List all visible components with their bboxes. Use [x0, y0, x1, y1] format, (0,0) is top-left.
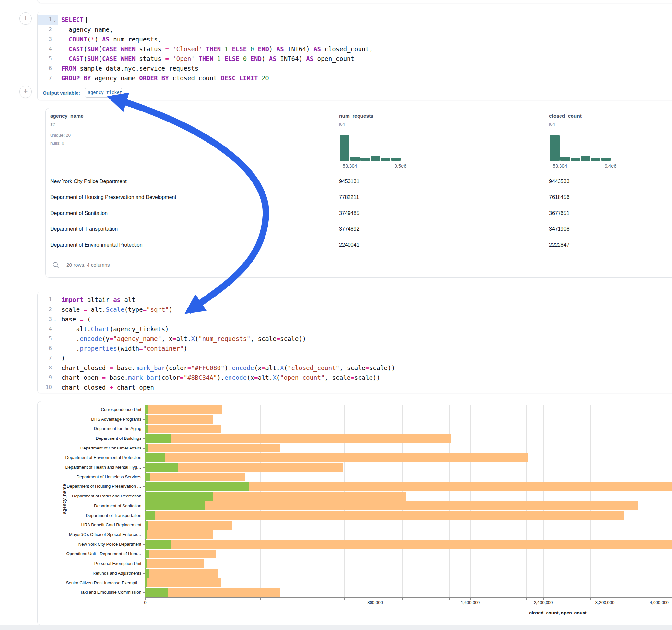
- histogram-num-requests: [340, 136, 405, 161]
- python-editor[interactable]: 123⌄45678910 import altair as altscale =…: [38, 292, 672, 393]
- y-axis-label: HRA Benefit Card Replacement: [38, 523, 141, 527]
- x-axis-label: 0: [119, 600, 171, 605]
- y-tick: [143, 563, 145, 564]
- code-line[interactable]: ): [61, 353, 672, 363]
- line-number: 1: [38, 295, 58, 305]
- output-variable-pill[interactable]: agency_tickets: [85, 88, 122, 98]
- histogram-max-label: 9.4e6: [605, 163, 616, 169]
- python-gutter: 123⌄45678910: [38, 292, 58, 393]
- x-axis-title: closed_count, open_count: [486, 610, 629, 615]
- table-row[interactable]: Department of Sanitation37494853677651: [46, 205, 672, 221]
- code-line[interactable]: agency_name,: [61, 25, 672, 34]
- search-icon[interactable]: [52, 262, 59, 269]
- bar-closed_count: [145, 453, 528, 462]
- y-axis-label: Department of Parks and Recreation: [38, 493, 141, 499]
- collapse-chevron-icon[interactable]: ⌄: [52, 315, 56, 325]
- bar-closed_count: [145, 415, 213, 423]
- add-cell-button-top[interactable]: +: [20, 12, 32, 25]
- x-tick: [145, 598, 146, 600]
- histogram-bar: [581, 156, 590, 161]
- line-number: 5: [38, 54, 58, 64]
- column-type-num-requests: i64: [339, 122, 345, 127]
- bar-open_count: [145, 425, 148, 433]
- table-row[interactable]: Department of Housing Preservation and D…: [46, 189, 672, 205]
- histogram-bar: [351, 156, 360, 161]
- x-tick: [619, 598, 620, 600]
- bar-closed_count: [145, 530, 213, 539]
- histogram-bar: [560, 156, 570, 161]
- x-axis-label: 800,000: [349, 600, 401, 605]
- add-cell-button-output[interactable]: +: [20, 86, 32, 98]
- gridline: [619, 405, 620, 597]
- y-tick: [143, 535, 145, 535]
- table-cell: Department of Transportation: [50, 221, 118, 237]
- code-line[interactable]: chart_open = base.mark_bar(color="#8BC34…: [61, 373, 672, 382]
- histogram-bar: [391, 158, 401, 161]
- y-tick: [143, 583, 145, 583]
- code-line[interactable]: CAST(SUM(CASE WHEN status = 'Open' THEN …: [61, 54, 672, 64]
- code-line[interactable]: COUNT(*) AS num_requests,: [61, 34, 672, 44]
- code-line[interactable]: FROM sample_data.nyc.service_requests: [61, 64, 672, 73]
- table-cell: 2222847: [549, 237, 569, 253]
- histogram-bar: [571, 158, 580, 161]
- bar-open_count: [145, 530, 147, 539]
- y-axis-label: Department of Homeless Services: [38, 475, 141, 479]
- bar-open_count: [145, 501, 205, 510]
- code-line[interactable]: .properties(width="container"): [61, 343, 672, 353]
- output-variable-label: Output variable:: [43, 90, 80, 96]
- code-line[interactable]: chart_closed + chart_open: [61, 382, 672, 392]
- table-row[interactable]: Department of Environmental Protection22…: [46, 237, 672, 253]
- y-axis-label: Department of Transportation: [38, 513, 141, 518]
- y-axis-label: Department of Housing Preservation …: [38, 484, 141, 489]
- x-tick: [344, 598, 344, 600]
- gridline: [559, 405, 560, 597]
- table-row[interactable]: Department of Transportation377489234719…: [46, 221, 672, 237]
- bar-closed_count: [145, 511, 624, 520]
- sql-editor[interactable]: 1⌄234567 SELECT agency_name, COUNT(*) AS…: [38, 12, 672, 85]
- line-number: 2: [38, 305, 58, 314]
- y-axis-label: Department of Buildings: [38, 436, 141, 441]
- sql-gutter: 1⌄234567: [38, 12, 58, 85]
- line-number: 5: [38, 334, 58, 343]
- sql-code[interactable]: SELECT agency_name, COUNT(*) AS num_requ…: [58, 12, 672, 85]
- table-cell: 7782211: [339, 189, 359, 205]
- table-cell: 3774892: [339, 221, 359, 237]
- python-code[interactable]: import altair as altscale = alt.Scale(ty…: [58, 292, 672, 393]
- line-number: 3⌄: [38, 314, 58, 324]
- gridline: [646, 405, 646, 597]
- code-line[interactable]: .encode(y="agency_name", x=alt.X("num_re…: [61, 334, 672, 343]
- y-tick: [143, 573, 145, 574]
- y-tick: [143, 506, 145, 506]
- bar-open_count: [145, 521, 148, 530]
- line-number: 10: [38, 382, 58, 392]
- line-number: 3: [38, 34, 58, 44]
- line-number: 1⌄: [38, 15, 58, 25]
- gridline: [633, 405, 633, 597]
- histogram-max-label: 9.5e6: [394, 163, 406, 169]
- x-tick: [427, 598, 427, 600]
- y-axis-label: DHS Advantage Programs: [38, 417, 141, 421]
- y-axis-label: Department of Sanitation: [38, 503, 141, 508]
- x-axis-label: 2,400,000: [518, 600, 569, 605]
- line-number: 8: [38, 363, 58, 373]
- y-axis-label: Correspondence Unit: [38, 407, 141, 412]
- code-line[interactable]: import altair as alt: [61, 295, 672, 305]
- collapse-chevron-icon[interactable]: ⌄: [52, 16, 56, 25]
- y-axis-label: Senior Citizen Rent Increase Exempti…: [38, 580, 141, 585]
- histogram-bar: [381, 158, 390, 161]
- code-line[interactable]: alt.Chart(agency_tickets): [61, 324, 672, 334]
- y-tick: [143, 486, 145, 487]
- table-cell: New York City Police Department: [50, 173, 127, 189]
- code-line[interactable]: scale = alt.Scale(type="sqrt"): [61, 305, 672, 314]
- code-line[interactable]: base = (: [61, 314, 672, 324]
- code-line[interactable]: CAST(SUM(CASE WHEN status = 'Closed' THE…: [61, 44, 672, 54]
- chart-plot-area: [145, 405, 672, 597]
- table-cell: 2240041: [339, 237, 359, 253]
- y-tick: [143, 419, 145, 420]
- code-line[interactable]: chart_closed = base.mark_bar(color="#FFC…: [61, 363, 672, 373]
- code-line[interactable]: GROUP BY agency_name ORDER BY closed_cou…: [61, 73, 672, 83]
- table-row[interactable]: New York City Police Department945313194…: [46, 173, 672, 189]
- code-line[interactable]: SELECT: [61, 15, 672, 25]
- bar-open_count: [145, 434, 170, 443]
- notebook-page: + + 1⌄234567 SELECT agency_name, COUNT(*…: [0, 0, 672, 630]
